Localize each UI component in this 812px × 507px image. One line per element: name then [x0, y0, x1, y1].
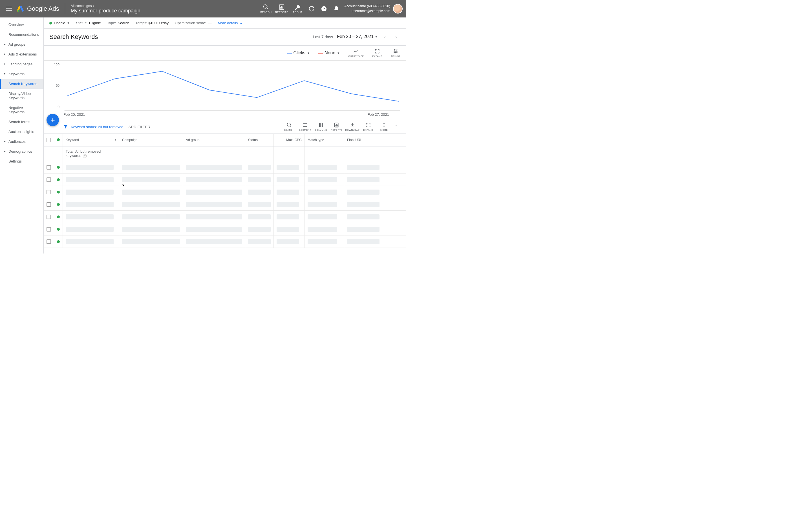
row-checkbox[interactable] — [47, 165, 51, 170]
row-checkbox[interactable] — [47, 227, 51, 231]
row-checkbox[interactable] — [47, 177, 51, 182]
hamburger-menu[interactable] — [3, 3, 15, 14]
svg-point-34 — [384, 123, 384, 124]
status-type: Type: Search — [107, 21, 130, 25]
nav-ads-extensions[interactable]: Ads & extensions — [0, 49, 43, 59]
nav-settings[interactable]: Settings — [0, 156, 43, 166]
metric-select-1[interactable]: Clicks ▼ — [287, 50, 310, 55]
more-icon — [381, 122, 387, 128]
nav-recommendations[interactable]: Recommendations — [0, 30, 43, 40]
x-start-label: Feb 20, 2021 — [63, 112, 85, 117]
svg-line-7 — [267, 8, 268, 10]
nav-overview[interactable]: Overview — [0, 20, 43, 30]
topbar-search[interactable]: SEARCH — [258, 4, 274, 13]
chart-line-icon — [353, 48, 359, 54]
nav-display-video-keywords[interactable]: Display/Video Keywords — [0, 89, 43, 103]
table-row[interactable] — [44, 211, 406, 223]
svg-rect-28 — [322, 123, 322, 127]
table-row[interactable] — [44, 186, 406, 198]
reports-icon — [278, 4, 285, 10]
metric-select-2[interactable]: None ▼ — [318, 50, 340, 55]
table-row[interactable] — [44, 173, 406, 186]
svg-rect-10 — [282, 6, 282, 8]
row-checkbox[interactable] — [47, 202, 51, 207]
product-logo[interactable]: Google Ads — [17, 3, 65, 14]
columns-icon — [318, 122, 324, 128]
chart: 120 60 0 Feb 20, 2021 Feb 27, 2021 — [44, 61, 406, 120]
notifications-button[interactable] — [330, 6, 343, 12]
col-matchtype[interactable]: Match type — [305, 134, 344, 147]
table-reports[interactable]: REPORTS — [329, 122, 345, 131]
topbar-tools[interactable]: TOOLS — [290, 4, 305, 13]
filter-chip[interactable]: Keyword status: All but removed — [71, 125, 123, 129]
table-columns[interactable]: COLUMNS — [313, 122, 329, 131]
help-icon: ? — [321, 6, 327, 12]
nav-auction-insights[interactable]: Auction insights — [0, 127, 43, 136]
svg-point-18 — [396, 51, 397, 52]
collapse-toggle[interactable]: ⌃ — [392, 124, 400, 129]
breadcrumb-current[interactable]: My summer produce campaign — [71, 8, 140, 14]
col-finalurl[interactable]: Final URL — [344, 134, 406, 147]
svg-point-5 — [17, 10, 19, 12]
col-campaign[interactable]: Campaign — [119, 134, 183, 147]
table-download[interactable]: DOWNLOAD — [345, 122, 360, 131]
nav-landing-pages[interactable]: Landing pages — [0, 59, 43, 69]
nav-search-terms[interactable]: Search terms — [0, 117, 43, 127]
table-row[interactable] — [44, 223, 406, 235]
select-all-checkbox[interactable] — [47, 138, 51, 142]
search-icon — [287, 122, 292, 128]
help-icon[interactable]: ? — [83, 154, 87, 158]
col-maxcpc[interactable]: Max. CPC — [274, 134, 305, 147]
col-adgroup[interactable]: Ad group — [183, 134, 245, 147]
add-filter-button[interactable]: ADD FILTER — [128, 125, 150, 129]
col-keyword[interactable]: Keyword↑ — [63, 134, 119, 147]
table-segment[interactable]: SEGMENT — [297, 122, 313, 131]
status-optimization: Optimization score: — — [175, 21, 211, 25]
nav-demographics[interactable]: Demographics — [0, 147, 43, 156]
status-enable[interactable]: Enable ▼ — [49, 21, 70, 25]
refresh-icon — [308, 6, 315, 12]
chevron-down-icon: ⌄ — [239, 21, 243, 25]
date-next[interactable]: › — [392, 33, 400, 41]
breadcrumb-parent[interactable]: All campaigns › — [71, 4, 140, 8]
wrench-icon — [294, 4, 301, 10]
status-dot-icon — [57, 228, 60, 231]
nav-keywords[interactable]: Keywords — [0, 69, 43, 79]
date-range-picker[interactable]: Feb 20 – 27, 2021 ▼ — [336, 34, 378, 40]
adjust-icon — [393, 48, 398, 54]
nav-ad-groups[interactable]: Ad groups — [0, 40, 43, 49]
chart-expand-button[interactable]: EXPAND — [372, 48, 382, 57]
table-row[interactable] — [44, 161, 406, 173]
svg-rect-11 — [283, 6, 283, 8]
avatar[interactable] — [393, 4, 403, 13]
col-status[interactable]: Status — [245, 134, 274, 147]
account-info[interactable]: Account name (683-455-0020) username@exa… — [344, 4, 390, 13]
svg-point-19 — [395, 52, 396, 53]
status-eligible: Status: Eligible — [76, 21, 101, 25]
help-button[interactable]: ? — [318, 6, 330, 12]
more-details-link[interactable]: More details ⌄ — [218, 21, 243, 25]
svg-rect-26 — [319, 123, 320, 127]
add-keyword-fab[interactable]: + — [47, 114, 59, 126]
topbar-reports[interactable]: REPORTS — [274, 4, 290, 13]
nav-negative-keywords[interactable]: Negative Keywords — [0, 103, 43, 117]
table-row[interactable] — [44, 235, 406, 248]
row-checkbox[interactable] — [47, 190, 51, 194]
row-checkbox[interactable] — [47, 215, 51, 219]
chart-type-button[interactable]: CHART TYPE — [348, 48, 364, 57]
table-search[interactable]: SEARCH — [282, 122, 297, 131]
chart-adjust-button[interactable]: ADJUST — [391, 48, 400, 57]
status-dot-icon — [57, 166, 60, 169]
caret-down-icon: ▼ — [307, 52, 310, 55]
table-expand[interactable]: EXPAND — [360, 122, 376, 131]
refresh-button[interactable] — [305, 6, 318, 12]
svg-rect-9 — [281, 7, 281, 9]
nav-search-keywords[interactable]: Search Keywords — [0, 79, 43, 89]
date-prev[interactable]: ‹ — [380, 33, 389, 41]
nav-audiences[interactable]: Audiences — [0, 136, 43, 147]
row-checkbox[interactable] — [47, 239, 51, 244]
svg-rect-1 — [6, 8, 12, 9]
table-row[interactable] — [44, 198, 406, 211]
table-more[interactable]: MORE — [376, 122, 392, 131]
svg-point-35 — [384, 124, 384, 125]
